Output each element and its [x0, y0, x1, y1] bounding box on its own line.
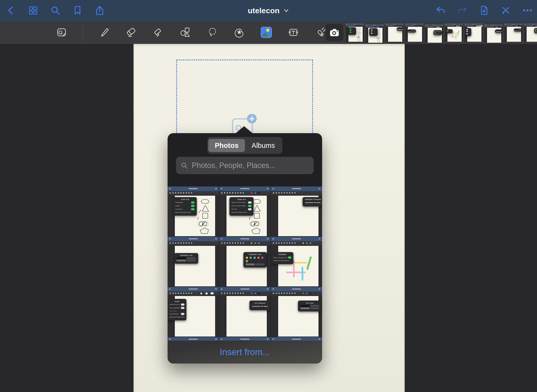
add-page-button[interactable] — [479, 5, 490, 16]
page-thumbnail-10[interactable] — [524, 23, 537, 42]
photo-thumbnail-partial-3[interactable] — [271, 337, 322, 341]
mini-screenshot-sliver — [271, 337, 322, 341]
photo-thumbnail-partial-1[interactable] — [168, 337, 219, 341]
mini-nav-bar — [219, 186, 270, 191]
page-thumbnail-2[interactable] — [366, 24, 384, 43]
mini-popover-title: Shape Tool — [231, 199, 252, 200]
laser-pointer-tool[interactable] — [314, 27, 326, 39]
mini-screenshot-slider-top-right: Highlighter Thickness — [271, 186, 322, 236]
photo-thumbnail-6[interactable]: HighlighterDraw in Straight LineDisconne… — [271, 237, 322, 286]
mini-screenshot-slider-top-right — [385, 23, 403, 42]
camera-icon — [329, 27, 340, 38]
highlighter-icon — [152, 27, 164, 39]
search-icon — [50, 5, 61, 16]
mini-tool-menu: EraserErase Entire StrokeErase Highlight… — [168, 299, 186, 320]
page-thumbnail-1[interactable] — [346, 23, 364, 42]
share-button[interactable] — [94, 5, 105, 16]
mini-nav-bar — [219, 337, 270, 341]
tab-albums[interactable]: Albums — [245, 139, 282, 152]
page-thumbnail-6[interactable] — [445, 23, 463, 42]
redo-button — [457, 5, 468, 16]
eraser-tool[interactable] — [125, 27, 137, 39]
lasso-tool[interactable] — [206, 27, 218, 39]
mini-tool-menu: Shape ToolRequire Hold to SnapSnap to Ot… — [229, 197, 254, 216]
shapes-tool[interactable] — [179, 27, 191, 39]
stylus-x-icon — [501, 5, 511, 16]
photo-thumbnail-8[interactable]: Pen Thickness — [219, 287, 270, 337]
bookmark-button[interactable] — [72, 5, 83, 16]
mini-body: Highlighter Color — [219, 245, 270, 286]
mini-tool-menu — [465, 28, 471, 36]
canvas-right-margin — [405, 44, 537, 392]
mini-screenshot-dots-center — [425, 24, 443, 43]
mini-nav-bar — [366, 24, 384, 26]
page-thumbnail-7[interactable] — [465, 23, 483, 42]
mini-nav-bar — [271, 186, 322, 191]
mini-slider — [496, 30, 502, 32]
grid-view-button[interactable] — [28, 5, 39, 16]
mini-nav-bar — [385, 23, 403, 25]
mini-toolbar — [168, 291, 219, 295]
mini-body — [504, 27, 522, 42]
image-icon — [260, 26, 272, 39]
insert-from-button[interactable]: Insert from... — [168, 341, 322, 364]
mini-screenshot-palette-left: Highlighter Color — [168, 237, 219, 286]
photo-thumbnail-9[interactable]: Pen Color — [271, 287, 322, 337]
more-button[interactable] — [522, 5, 533, 16]
mini-nav-bar — [425, 24, 443, 26]
mini-body — [524, 27, 537, 42]
share-icon — [94, 5, 105, 16]
photos-popover: Photos Albums Lasso ToolHandwritingImage… — [168, 133, 322, 364]
page-thumbnail-9[interactable] — [504, 23, 522, 42]
page-thumbnail-8[interactable] — [484, 24, 502, 43]
mini-nav-bar — [504, 23, 522, 25]
search-icon — [180, 162, 188, 169]
mini-screenshot-palette-left — [405, 23, 423, 42]
page-thumbnail-3[interactable] — [385, 23, 403, 42]
page-thumbnail-5[interactable] — [425, 24, 443, 43]
stickers-icon — [233, 27, 245, 39]
handwriting-icon — [56, 27, 67, 39]
photo-thumbnail-1[interactable]: Lasso ToolHandwritingImagesText BoxesDis… — [168, 186, 219, 236]
eraser-icon — [125, 27, 137, 39]
mini-body: Lasso ToolHandwritingImagesText BoxesDis… — [168, 195, 219, 236]
document-title-button[interactable]: utelecon — [246, 0, 291, 21]
tab-photos[interactable]: Photos — [208, 139, 245, 152]
text-icon — [288, 27, 299, 39]
nav-right-group — [435, 0, 533, 21]
highlighter-tool[interactable] — [152, 27, 164, 39]
mini-screenshot-palette-right — [504, 23, 522, 42]
mini-screenshot-strokes: HighlighterDraw in Straight LineDisconne… — [271, 237, 322, 286]
add-page-icon — [479, 5, 489, 16]
mini-popover-title: Pen Thickness — [251, 302, 269, 304]
back-button[interactable] — [5, 5, 16, 16]
mini-nav-bar — [271, 237, 322, 241]
search-button[interactable] — [50, 5, 61, 16]
mini-body: HighlighterDraw in Straight LineDisconne… — [271, 245, 322, 286]
stylus-x-button[interactable] — [500, 5, 511, 16]
undo-button[interactable] — [435, 5, 446, 16]
photo-thumbnail-7[interactable]: EraserErase Entire StrokeErase Highlight… — [168, 287, 219, 337]
photo-thumbnail-partial-2[interactable] — [219, 337, 270, 341]
stickers-tool[interactable] — [233, 27, 245, 39]
image-tool-selected[interactable] — [260, 27, 272, 39]
handwriting-tool[interactable] — [56, 27, 68, 39]
camera-button[interactable] — [325, 24, 343, 41]
photo-thumbnail-5[interactable]: Highlighter Color — [219, 237, 270, 286]
photo-thumbnail-2[interactable]: Shape ToolRequire Hold to SnapSnap to Ot… — [219, 186, 270, 236]
text-tool[interactable] — [287, 27, 299, 39]
photo-thumbnail-3[interactable]: Highlighter Thickness — [271, 186, 322, 236]
mini-tool-popover: Highlighter Color — [174, 253, 198, 264]
page-thumbnail-4[interactable] — [405, 23, 423, 42]
grid-view-icon — [28, 5, 38, 16]
mini-screenshot-menu-shapes2: Shape ToolRequire Hold to SnapSnap to Ot… — [219, 186, 270, 236]
photo-search-input[interactable] — [191, 161, 309, 170]
undo-icon — [435, 5, 446, 17]
pen-tool[interactable] — [98, 27, 110, 39]
mini-tool-menu — [348, 27, 356, 35]
photo-thumbnail-4[interactable]: Highlighter Color — [168, 237, 219, 286]
mini-nav-bar — [168, 337, 219, 341]
mini-toolbar — [219, 291, 270, 295]
mini-popover-title: Highlighter — [273, 254, 292, 255]
mini-toolbar — [271, 291, 322, 295]
